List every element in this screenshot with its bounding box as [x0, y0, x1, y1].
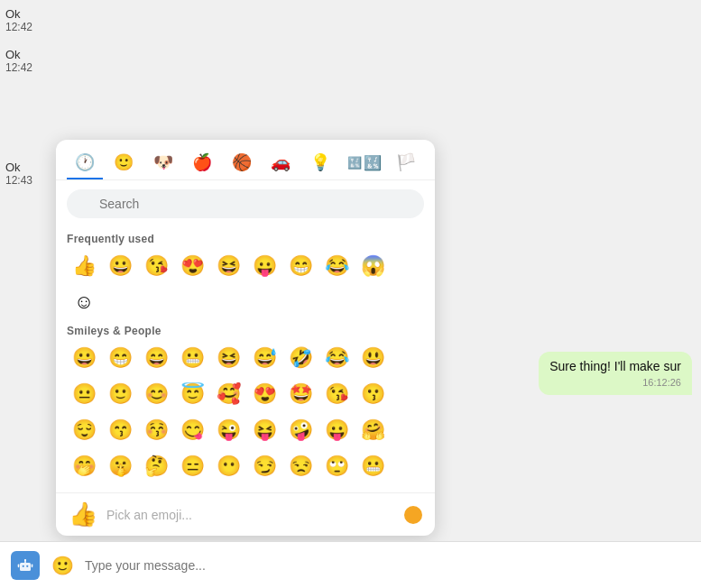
message-input[interactable] [85, 558, 690, 573]
emoji-s35[interactable]: 🙄 [319, 449, 354, 483]
time-3: 12:43 [5, 174, 53, 187]
ts-block-2: Ok 12:42 [0, 41, 59, 81]
footer-thumb-icon: 👍 [69, 501, 97, 528]
emoji-relaxed[interactable]: ☺️ [67, 285, 101, 319]
emoji-tongue[interactable]: 😛 [247, 249, 281, 283]
tab-food[interactable]: 🍎 [185, 147, 221, 179]
emoji-s9[interactable]: 😃 [355, 341, 390, 375]
svg-rect-1 [20, 563, 31, 571]
emoji-s28[interactable]: 🤭 [67, 449, 101, 483]
frequently-used-grid: 👍 😀 😘 😍 😆 😛 😁 😂 😱 ☺️ [67, 249, 424, 319]
emoji-s16[interactable]: 🤩 [283, 377, 318, 411]
tab-travel[interactable]: 🚗 [263, 147, 300, 179]
emoji-s10[interactable]: 😐 [67, 377, 101, 411]
ts-block-3: Ok 12:43 [0, 153, 59, 194]
section-title-frequent: Frequently used [67, 233, 424, 245]
bot-icon [11, 551, 40, 580]
emoji-s27[interactable]: 🤗 [355, 413, 390, 447]
emoji-s15[interactable]: 😍 [247, 377, 281, 411]
section-title-smileys: Smileys & People [67, 325, 424, 337]
emoji-s4[interactable]: 😬 [175, 341, 209, 375]
emoji-s32[interactable]: 😶 [211, 449, 245, 483]
footer-dot [404, 506, 422, 524]
emoji-category-tabs: 🕐 🙂 🐶 🍎 🏀 🚗 💡 🔣 🔣 🏳️ [56, 140, 435, 180]
emoji-s23[interactable]: 😜 [211, 413, 245, 447]
emoji-s7[interactable]: 🤣 [283, 341, 318, 375]
svg-rect-6 [18, 564, 20, 567]
input-bar: 🙂 [0, 541, 701, 588]
emoji-kiss[interactable]: 😘 [139, 249, 173, 283]
time-1: 12:42 [5, 21, 53, 33]
search-wrapper: 🔍 [56, 180, 435, 227]
emoji-tears[interactable]: 😂 [319, 249, 354, 283]
emoji-s6[interactable]: 😅 [247, 341, 281, 375]
left-sidebar: Ok 12:42 Ok 12:42 Ok 12:43 [0, 0, 59, 588]
emoji-s13[interactable]: 😇 [175, 377, 209, 411]
emoji-laugh[interactable]: 😆 [211, 249, 245, 283]
tab-smileys[interactable]: 🙂 [106, 147, 143, 179]
ts-block-1: Ok 12:42 [0, 0, 59, 41]
emoji-heart-eyes[interactable]: 😍 [175, 249, 209, 283]
emoji-s31[interactable]: 😑 [175, 449, 209, 483]
emoji-s18[interactable]: 😗 [355, 377, 390, 411]
svg-point-2 [23, 565, 24, 566]
footer-placeholder: Pick an emoji... [106, 508, 395, 522]
message-time: 16:12:26 [549, 377, 681, 388]
svg-text:🔣: 🔣 [347, 155, 363, 170]
tab-activities[interactable]: 🏀 [224, 147, 260, 179]
tab-recent[interactable]: 🕐 [67, 147, 103, 179]
time-2: 12:42 [5, 61, 53, 74]
ok-label-3: Ok [5, 161, 53, 174]
smileys-grid: 😀 😁 😄 😬 😆 😅 🤣 😂 😃 😐 🙂 😊 😇 🥰 😍 🤩 😘 😗 😌 😙 … [67, 341, 424, 483]
emoji-s17[interactable]: 😘 [319, 377, 354, 411]
emoji-s36[interactable]: 😬 [355, 449, 390, 483]
svg-point-5 [24, 558, 26, 560]
emoji-button[interactable]: 🙂 [49, 552, 76, 579]
emoji-s30[interactable]: 🤔 [139, 449, 173, 483]
tab-flags[interactable]: 🏳️ [389, 147, 425, 179]
tab-objects[interactable]: 💡 [302, 147, 338, 179]
tab-animals[interactable]: 🐶 [145, 147, 181, 179]
ok-label-1: Ok [5, 7, 53, 21]
message-text: Sure thing! I'll make sur [549, 359, 681, 373]
emoji-s2[interactable]: 😁 [103, 341, 137, 375]
emoji-s21[interactable]: 😚 [139, 413, 173, 447]
emoji-s11[interactable]: 🙂 [103, 377, 137, 411]
emoji-s22[interactable]: 😋 [175, 413, 209, 447]
emoji-s8[interactable]: 😂 [319, 341, 354, 375]
emoji-footer: 👍 Pick an emoji... [56, 492, 435, 536]
emoji-scream[interactable]: 😱 [355, 249, 390, 283]
search-input[interactable] [67, 189, 424, 218]
emoji-s24[interactable]: 😝 [247, 413, 281, 447]
emoji-s26[interactable]: 😛 [319, 413, 354, 447]
emoji-s33[interactable]: 😏 [247, 449, 281, 483]
emoji-s3[interactable]: 😄 [139, 341, 173, 375]
emoji-s14[interactable]: 🥰 [211, 377, 245, 411]
emoji-grin[interactable]: 😀 [103, 249, 137, 283]
emoji-s20[interactable]: 😙 [103, 413, 137, 447]
emoji-s5[interactable]: 😆 [211, 341, 245, 375]
emoji-beam[interactable]: 😁 [283, 249, 318, 283]
tab-symbols[interactable]: 🔣 🔣 [342, 148, 385, 179]
emoji-body: Frequently used 👍 😀 😘 😍 😆 😛 😁 😂 😱 ☺️ Smi… [56, 227, 435, 492]
emoji-thumbsup[interactable]: 👍 [67, 249, 101, 283]
emoji-s29[interactable]: 🤫 [103, 449, 137, 483]
emoji-s1[interactable]: 😀 [67, 341, 101, 375]
emoji-s12[interactable]: 😊 [139, 377, 173, 411]
emoji-s19[interactable]: 😌 [67, 413, 101, 447]
message-bubble: Sure thing! I'll make sur 16:12:26 [539, 352, 692, 395]
emoji-s34[interactable]: 😒 [283, 449, 318, 483]
ok-label-2: Ok [5, 48, 53, 61]
svg-point-3 [26, 565, 28, 566]
svg-rect-7 [32, 564, 33, 567]
emoji-s25[interactable]: 🤪 [283, 413, 318, 447]
emoji-picker: 🕐 🙂 🐶 🍎 🏀 🚗 💡 🔣 🔣 🏳️ 🔍 Frequently used 👍… [56, 140, 435, 536]
